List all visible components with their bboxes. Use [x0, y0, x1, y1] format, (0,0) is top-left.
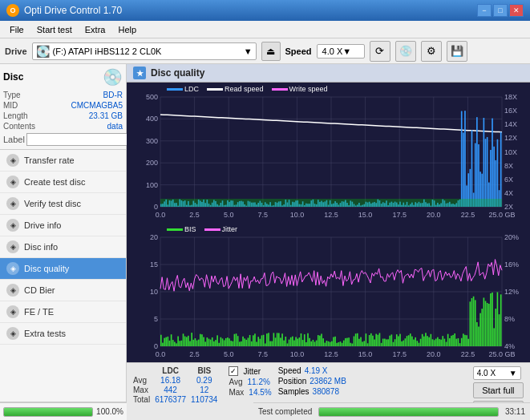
disc-type-value: BD-R — [103, 91, 123, 99]
read-button[interactable]: ⟳ — [370, 41, 390, 62]
position-value: 23862 MB — [310, 377, 346, 386]
position-row: Position 23862 MB — [278, 377, 346, 386]
jitter-avg-label: Avg — [229, 378, 242, 386]
disc-label-input[interactable] — [26, 133, 133, 146]
sidebar-item-create-test-disc[interactable]: ◈ Create test disc — [0, 172, 126, 193]
disc-panel-icon: 💿 — [103, 67, 123, 87]
sidebar-item-create-test-disc-label: Create test disc — [24, 177, 85, 187]
save-button[interactable]: 💾 — [447, 41, 467, 62]
close-button[interactable]: ✕ — [509, 4, 524, 17]
window-controls: − □ ✕ — [477, 4, 524, 17]
create-test-disc-icon: ◈ — [6, 176, 19, 188]
disc-length-label: Length — [3, 111, 28, 120]
window-title: Opti Drive Control 1.70 — [24, 5, 122, 16]
jitter-label: Jitter — [243, 367, 261, 376]
progress-bar2 — [318, 407, 499, 417]
sidebar-item-extra-tests-label: Extra tests — [24, 329, 66, 338]
progress-bar2-fill — [319, 408, 498, 416]
samples-value: 380878 — [313, 387, 339, 396]
stats-total-label: Total — [133, 395, 155, 405]
eject-button[interactable]: ⏏ — [261, 42, 281, 61]
stats-max-ldc: 442 — [155, 386, 191, 395]
disc-mid-value: CMCMAGBA5 — [71, 101, 123, 110]
disc-quality-header: ★ Disc quality — [127, 64, 530, 83]
chart1-canvas — [127, 83, 530, 223]
menu-help[interactable]: Help — [111, 23, 143, 36]
stats-avg-bis: 0.29 — [191, 376, 222, 386]
legend-write-speed-color — [272, 88, 288, 91]
settings-button[interactable]: ⚙ — [421, 41, 442, 62]
stats-table: LDC BIS Avg 16.18 0.29 Max 442 12 Total … — [133, 366, 222, 405]
sidebar-item-fe-te-label: FE / TE — [24, 307, 54, 317]
sidebar-item-drive-info[interactable]: ◈ Drive info — [0, 215, 126, 236]
menu-extra[interactable]: Extra — [79, 23, 112, 36]
disc-contents-label: Contents — [3, 122, 35, 131]
fe-te-icon: ◈ — [6, 305, 19, 318]
drive-icon: 💽 — [36, 45, 50, 58]
drive-value: (F:) ATAPI iHBS112 2 CL0K — [53, 46, 162, 56]
disc-button[interactable]: 💿 — [395, 41, 416, 62]
jitter-avg-value: 11.2% — [248, 378, 270, 386]
sidebar-item-cd-bier[interactable]: ◈ CD Bier — [0, 280, 126, 301]
menu-file[interactable]: File — [3, 23, 30, 36]
stats-max-bis: 12 — [191, 386, 222, 395]
legend-write-speed-label: Write speed — [289, 85, 328, 93]
disc-info-icon: ◈ — [6, 240, 19, 253]
stats-total-bis: 110734 — [191, 395, 222, 405]
disc-contents-value: data — [107, 122, 123, 131]
legend-jitter: Jitter — [204, 225, 238, 233]
start-full-button[interactable]: Start full — [473, 382, 524, 398]
samples-row: Samples 380878 — [278, 387, 346, 396]
sidebar-progress-fill — [4, 408, 92, 416]
legend-read-speed-label: Read speed — [225, 85, 264, 93]
legend-read-speed-color — [207, 88, 223, 91]
speed-select[interactable]: 4.0 X ▼ — [317, 44, 365, 59]
sidebar-item-disc-info[interactable]: ◈ Disc info — [0, 236, 126, 258]
disc-panel-title: Disc — [3, 71, 23, 83]
disc-mid-row: MID CMCMAGBA5 — [3, 100, 123, 111]
sidebar-item-transfer-rate-label: Transfer rate — [24, 155, 75, 165]
minimize-button[interactable]: − — [477, 4, 492, 17]
extra-tests-icon: ◈ — [6, 327, 19, 340]
menu-start-test[interactable]: Start test — [30, 23, 79, 36]
speed-section: Speed 4.19 X Position 23862 MB Samples 3… — [278, 366, 346, 396]
speed-stat-label: Speed — [278, 366, 301, 375]
drive-info-icon: ◈ — [6, 219, 19, 232]
disc-length-value: 23.31 GB — [89, 111, 123, 120]
legend-write-speed: Write speed — [272, 85, 328, 93]
stats-avg-label: Avg — [133, 376, 155, 386]
menu-bar: File Start test Extra Help — [0, 21, 530, 38]
sidebar: Disc 💿 Type BD-R MID CMCMAGBA5 Length 23… — [0, 64, 127, 420]
sidebar-item-disc-info-label: Disc info — [24, 242, 58, 252]
sidebar-item-disc-quality[interactable]: ◈ Disc quality — [0, 258, 126, 280]
legend-ldc-color — [167, 88, 183, 91]
sidebar-progress-bar-container: 100.0% — [0, 402, 127, 420]
sidebar-item-verify-test-disc[interactable]: ◈ Verify test disc — [0, 193, 126, 215]
maximize-button[interactable]: □ — [493, 4, 508, 17]
main-layout: Disc 💿 Type BD-R MID CMCMAGBA5 Length 23… — [0, 64, 530, 420]
drive-select[interactable]: 💽 (F:) ATAPI iHBS112 2 CL0K ▼ — [32, 42, 257, 60]
drive-label: Drive — [5, 46, 27, 56]
sidebar-item-transfer-rate[interactable]: ◈ Transfer rate — [0, 150, 126, 172]
charts-container: LDC Read speed Write speed — [127, 83, 530, 362]
verify-test-disc-icon: ◈ — [6, 197, 19, 210]
chart1-wrapper: LDC Read speed Write speed — [127, 83, 530, 223]
sidebar-item-extra-tests[interactable]: ◈ Extra tests — [0, 323, 126, 345]
title-bar-left: O Opti Drive Control 1.70 — [6, 4, 122, 17]
legend-ldc: LDC — [167, 85, 199, 93]
disc-label-row: Label ✎ — [3, 133, 123, 146]
app-icon: O — [6, 4, 19, 17]
title-bar: O Opti Drive Control 1.70 − □ ✕ — [0, 0, 530, 21]
sidebar-progress-text: 100.0% — [96, 407, 123, 416]
disc-contents-row: Contents data — [3, 121, 123, 131]
jitter-max-value: 14.5% — [249, 388, 271, 397]
stats-total-ldc: 6176377 — [155, 395, 191, 405]
disc-quality-title: Disc quality — [151, 67, 204, 79]
stats-avg-ldc: 16.18 — [155, 376, 191, 386]
action-speed-dropdown[interactable]: 4.0 X ▼ — [473, 366, 521, 380]
disc-quality-header-icon: ★ — [133, 67, 146, 79]
disc-mid-label: MID — [3, 101, 18, 110]
jitter-checkbox[interactable]: ✓ — [229, 366, 238, 376]
cd-bier-icon: ◈ — [6, 284, 19, 297]
sidebar-item-fe-te[interactable]: ◈ FE / TE — [0, 301, 126, 323]
